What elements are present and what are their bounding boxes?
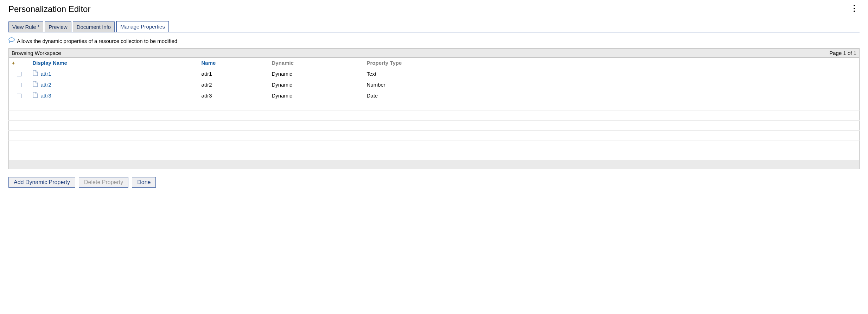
done-button[interactable]: Done — [132, 177, 156, 188]
tab-preview[interactable]: Preview — [45, 21, 71, 32]
table-row: attr2attr2DynamicNumber — [9, 79, 860, 90]
document-icon — [33, 92, 38, 99]
table-footer-strip — [8, 160, 860, 169]
cell-name: attr2 — [199, 79, 269, 90]
page-title: Personalization Editor — [8, 4, 90, 14]
column-display-name[interactable]: Display Name — [30, 58, 199, 68]
overflow-menu-icon[interactable] — [849, 3, 860, 14]
display-name-link[interactable]: attr1 — [41, 71, 51, 77]
add-dynamic-property-button[interactable]: Add Dynamic Property — [8, 177, 75, 188]
breadcrumb: Browsing Workspace — [12, 50, 61, 56]
speech-bubble-icon — [8, 37, 15, 44]
cell-name: attr3 — [199, 90, 269, 101]
tab-view-rule[interactable]: View Rule * — [8, 21, 43, 32]
table-row: attr3attr3DynamicDate — [9, 90, 860, 101]
column-dynamic: Dynamic — [269, 58, 364, 68]
row-checkbox[interactable] — [17, 72, 21, 76]
row-checkbox[interactable] — [17, 83, 21, 87]
cell-dynamic: Dynamic — [269, 90, 364, 101]
table-row — [9, 150, 860, 160]
table-row — [9, 111, 860, 121]
tab-bar: View Rule *PreviewDocument InfoManage Pr… — [8, 20, 860, 32]
hint-text: Allows the dynamic properties of a resou… — [17, 38, 177, 44]
table-row — [9, 101, 860, 111]
display-name-link[interactable]: attr3 — [41, 93, 51, 99]
display-name-link[interactable]: attr2 — [41, 82, 51, 88]
cell-name: attr1 — [199, 68, 269, 79]
table-row — [9, 131, 860, 140]
cell-type: Number — [364, 79, 860, 90]
document-icon — [33, 70, 38, 77]
properties-table: ✦ Display Name Name Dynamic Property Typ… — [8, 58, 860, 160]
column-name[interactable]: Name — [199, 58, 269, 68]
document-icon — [33, 81, 38, 88]
table-row — [9, 121, 860, 131]
table-row: attr1attr1DynamicText — [9, 68, 860, 79]
row-checkbox[interactable] — [17, 94, 21, 98]
column-select-all: ✦ — [9, 58, 30, 68]
delete-property-button[interactable]: Delete Property — [79, 177, 128, 188]
cell-type: Date — [364, 90, 860, 101]
cell-dynamic: Dynamic — [269, 79, 364, 90]
svg-point-0 — [9, 38, 14, 42]
pager-label: Page 1 of 1 — [829, 50, 856, 56]
column-property-type: Property Type — [364, 58, 860, 68]
cell-type: Text — [364, 68, 860, 79]
tab-manage-properties[interactable]: Manage Properties — [116, 21, 169, 32]
table-row — [9, 140, 860, 150]
tab-document-info[interactable]: Document Info — [73, 21, 115, 32]
cell-dynamic: Dynamic — [269, 68, 364, 79]
star-icon: ✦ — [12, 61, 15, 66]
